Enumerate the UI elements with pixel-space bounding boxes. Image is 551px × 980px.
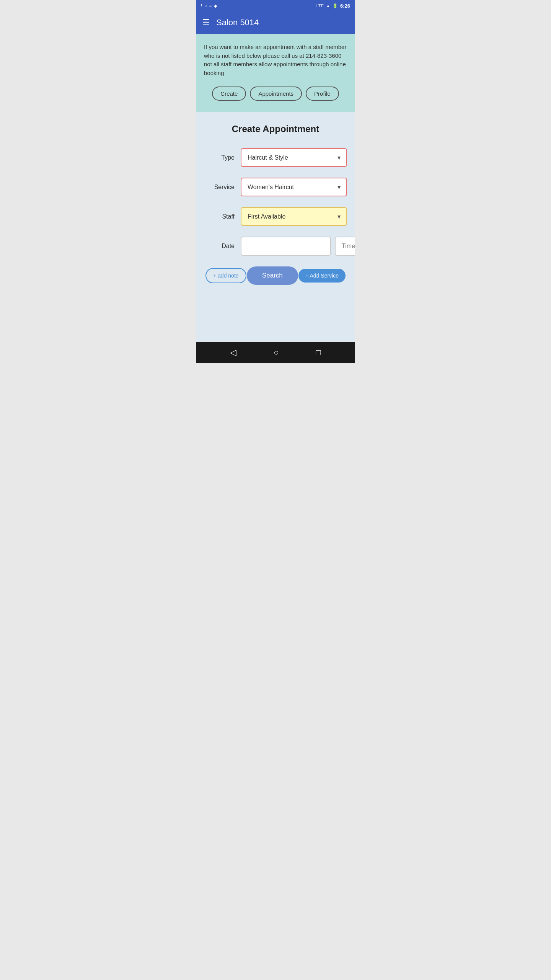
bottom-actions: + add note Search + Add Service bbox=[204, 266, 347, 285]
lte-icon: LTE bbox=[316, 3, 324, 8]
type-select[interactable]: Haircut & Style Color Treatment bbox=[241, 148, 347, 167]
status-bar-left: ! ○ ≡ ◆ bbox=[201, 3, 217, 8]
create-appointment-section: Create Appointment Type Haircut & Style … bbox=[196, 112, 355, 342]
service-select-wrapper: Women's Haircut Men's Haircut Children's… bbox=[241, 178, 347, 196]
service-select[interactable]: Women's Haircut Men's Haircut Children's… bbox=[241, 178, 347, 196]
appointments-button[interactable]: Appointments bbox=[250, 87, 302, 101]
status-bar-right: LTE ▲ 🔋 6:26 bbox=[316, 3, 350, 9]
app-header: ☰ Salon 5014 bbox=[196, 11, 355, 34]
staff-row: Staff First Available Staff Member 1 Sta… bbox=[204, 207, 347, 226]
hamburger-menu-icon[interactable]: ☰ bbox=[202, 18, 210, 28]
section-title: Create Appointment bbox=[204, 124, 347, 134]
home-nav-icon[interactable]: ○ bbox=[274, 348, 279, 358]
clock: 6:26 bbox=[340, 3, 350, 9]
date-row: Date bbox=[204, 237, 347, 256]
menu-status-icon: ≡ bbox=[209, 3, 212, 8]
info-banner-text: If you want to make an appointment with … bbox=[204, 43, 347, 77]
time-input[interactable] bbox=[335, 237, 355, 256]
recent-apps-nav-icon[interactable]: □ bbox=[316, 348, 321, 358]
signal-icon: ▲ bbox=[326, 3, 330, 8]
type-row: Type Haircut & Style Color Treatment ▼ bbox=[204, 148, 347, 167]
app-title: Salon 5014 bbox=[216, 18, 259, 28]
staff-select[interactable]: First Available Staff Member 1 Staff Mem… bbox=[241, 207, 347, 226]
app-icon: ◆ bbox=[214, 3, 217, 8]
back-nav-icon[interactable]: ◁ bbox=[230, 348, 236, 358]
notification-icon: ! bbox=[201, 3, 202, 8]
search-button[interactable]: Search bbox=[247, 266, 298, 285]
date-input[interactable] bbox=[241, 237, 331, 256]
service-row: Service Women's Haircut Men's Haircut Ch… bbox=[204, 178, 347, 196]
date-label: Date bbox=[204, 243, 235, 250]
status-bar: ! ○ ≡ ◆ LTE ▲ 🔋 6:26 bbox=[196, 0, 355, 11]
add-note-button[interactable]: + add note bbox=[205, 268, 246, 283]
type-label: Type bbox=[204, 154, 235, 161]
service-label: Service bbox=[204, 184, 235, 191]
profile-button[interactable]: Profile bbox=[306, 87, 339, 101]
info-banner: If you want to make an appointment with … bbox=[196, 34, 355, 112]
sync-icon: ○ bbox=[204, 3, 207, 8]
banner-buttons: Create Appointments Profile bbox=[204, 87, 347, 101]
create-button[interactable]: Create bbox=[212, 87, 246, 101]
staff-select-wrapper: First Available Staff Member 1 Staff Mem… bbox=[241, 207, 347, 226]
add-service-button[interactable]: + Add Service bbox=[298, 269, 346, 283]
staff-label: Staff bbox=[204, 213, 235, 220]
navigation-bar: ◁ ○ □ bbox=[196, 342, 355, 363]
type-select-wrapper: Haircut & Style Color Treatment ▼ bbox=[241, 148, 347, 167]
battery-icon: 🔋 bbox=[333, 3, 338, 8]
date-inputs-group bbox=[241, 237, 355, 256]
